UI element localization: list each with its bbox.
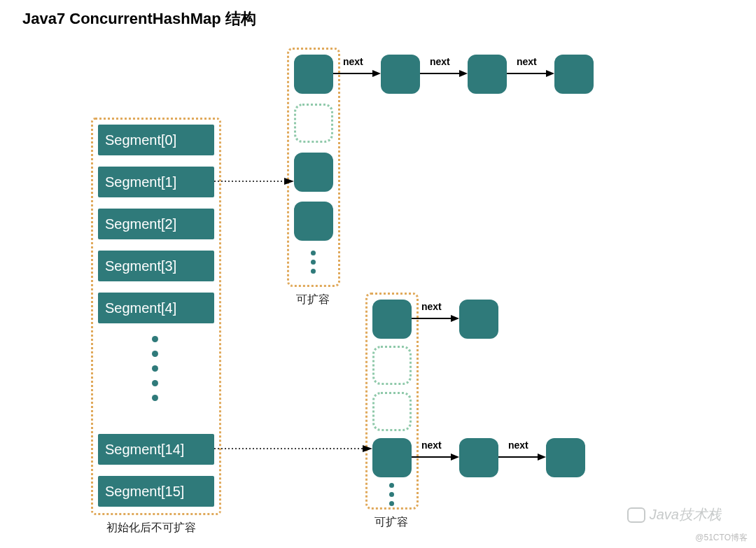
next-arrow: [412, 314, 459, 323]
segment-cell: Segment[15]: [98, 476, 214, 507]
next-arrow: [333, 69, 381, 78]
next-arrow: [507, 69, 554, 78]
segment-ellipsis: [152, 336, 158, 401]
chain-node: [546, 438, 585, 477]
entry-node: [294, 202, 333, 241]
segment-cell: Segment[0]: [98, 125, 214, 155]
next-arrow: [498, 452, 546, 462]
segment-cell: Segment[1]: [98, 167, 214, 197]
svg-marker-13: [284, 178, 294, 185]
next-label: next: [421, 440, 442, 451]
entry-node: [294, 153, 333, 192]
svg-marker-7: [451, 315, 459, 322]
entry-slot-empty: [372, 392, 412, 431]
chain-node: [554, 55, 594, 94]
svg-marker-3: [459, 70, 468, 77]
entry-caption-1: 可扩容: [296, 293, 330, 307]
entry-node: [294, 55, 333, 94]
entry-node: [372, 300, 412, 339]
next-label: next: [508, 440, 528, 451]
segment-cell: Segment[14]: [98, 434, 214, 465]
svg-marker-11: [538, 454, 546, 461]
svg-marker-1: [372, 70, 381, 77]
next-label: next: [421, 301, 442, 312]
entry-slot-empty: [372, 346, 412, 385]
segment-caption: 初始化后不可扩容: [106, 521, 196, 535]
next-label: next: [517, 56, 537, 67]
chain-node: [468, 55, 507, 94]
segment-cell: Segment[3]: [98, 251, 214, 281]
entry-slot-empty: [294, 104, 333, 143]
chain-node: [459, 300, 498, 339]
next-label: next: [430, 56, 450, 67]
entry-caption-2: 可扩容: [374, 515, 408, 530]
svg-marker-15: [363, 445, 372, 452]
entry-ellipsis: [389, 483, 394, 506]
entry-ellipsis: [311, 251, 316, 274]
svg-marker-9: [451, 454, 459, 461]
segment-cell: Segment[2]: [98, 209, 214, 239]
segment-cell: Segment[4]: [98, 293, 214, 323]
pointer-arrow: [214, 444, 372, 454]
next-arrow: [420, 69, 468, 78]
next-label: next: [343, 56, 363, 67]
pointer-arrow: [214, 176, 294, 186]
entry-node: [372, 438, 412, 477]
chain-node: [459, 438, 498, 477]
watermark-brand: Java技术栈: [627, 505, 721, 524]
watermark-brand-text: Java技术栈: [650, 505, 721, 524]
chain-node: [381, 55, 420, 94]
watermark-source: @51CTO博客: [695, 532, 748, 544]
wechat-icon: [627, 507, 645, 523]
next-arrow: [412, 452, 459, 462]
diagram-title: Java7 ConcurrentHashMap 结构: [22, 8, 256, 29]
svg-marker-5: [546, 70, 554, 77]
